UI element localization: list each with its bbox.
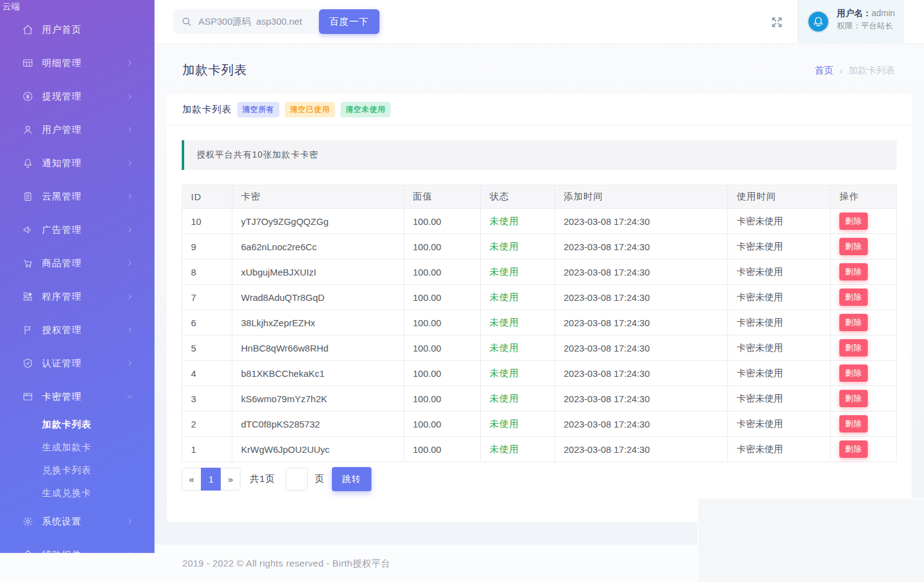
delete-button[interactable]: 删除 [839, 365, 868, 382]
page: 云端 用户首页 明细管理 提现管理 用户管理 [0, 0, 924, 582]
cell-action: 删除 [831, 361, 897, 386]
cell-value: 100.00 [404, 285, 481, 310]
search-input[interactable] [173, 9, 317, 34]
cell-action: 删除 [831, 386, 897, 411]
yen-circle-icon [22, 91, 33, 102]
cell-value: 100.00 [404, 234, 481, 259]
cell-value: 100.00 [404, 209, 481, 234]
sidebar-item-addons[interactable]: 辅助组件 [0, 538, 155, 553]
clear-used-button[interactable]: 清空已使用 [285, 102, 335, 117]
avatar [808, 12, 828, 32]
col-header-status: 状态 [481, 185, 555, 209]
delete-button[interactable]: 删除 [839, 238, 868, 255]
page-jump-input[interactable] [286, 468, 308, 491]
sidebar-item-label: 认证管理 [42, 358, 82, 369]
cell-code: HnBC8qWr66w8RHd [232, 335, 404, 361]
sidebar-subitem-redeem-card-list[interactable]: 兑换卡列表 [0, 459, 155, 482]
table-row: 5 HnBC8qWr66w8RHd 100.00 未使用 2023-03-08 … [182, 335, 897, 361]
cell-used-time: 卡密未使用 [728, 259, 831, 285]
col-header-added: 添加时间 [555, 185, 728, 209]
chevron-right-icon [126, 93, 134, 100]
chevron-down-icon [126, 393, 134, 400]
status-text: 未使用 [490, 317, 519, 327]
sidebar-item-cardkey[interactable]: 卡密管理 [0, 380, 155, 413]
fullscreen-icon[interactable] [770, 15, 784, 29]
cell-id: 7 [182, 285, 232, 310]
clear-all-button[interactable]: 清空所有 [237, 102, 279, 117]
cell-code: kS6wmo79mYz7h2K [232, 386, 404, 411]
cell-code: KrWgW6JpOU2UUyc [232, 437, 404, 462]
sidebar-item-withdraw[interactable]: 提现管理 [0, 80, 155, 113]
cell-added-time: 2023-03-08 17:24:30 [555, 234, 728, 259]
sidebar-item-cert[interactable]: 认证管理 [0, 347, 155, 380]
cell-code: b81XKBCChekaKc1 [232, 361, 404, 386]
col-header-action: 操作 [831, 185, 897, 209]
pagination: « 1 » 共1页 页 跳转 [182, 467, 371, 491]
delete-button[interactable]: 删除 [839, 339, 868, 356]
user-name: 用户名：admin [837, 8, 895, 19]
cell-action: 删除 [831, 285, 897, 310]
pagination-prev-button[interactable]: « [182, 468, 201, 491]
table-row: 4 b81XKBCChekaKc1 100.00 未使用 2023-03-08 … [182, 361, 897, 386]
cell-status: 未使用 [481, 259, 555, 285]
sidebar-item-goods[interactable]: 商品管理 [0, 247, 155, 280]
table-header-row: ID 卡密 面值 状态 添加时间 使用时间 操作 [182, 185, 897, 209]
breadcrumb-home-link[interactable]: 首页 [815, 65, 833, 77]
brand: 云端 [2, 1, 20, 12]
table-row: 1 KrWgW6JpOU2UUyc 100.00 未使用 2023-03-08 … [182, 437, 897, 462]
delete-button[interactable]: 删除 [839, 314, 868, 331]
delete-button[interactable]: 删除 [839, 415, 868, 432]
cell-added-time: 2023-03-08 17:24:30 [555, 411, 728, 437]
delete-button[interactable]: 删除 [839, 263, 868, 280]
user-menu[interactable]: 用户名：admin 权限：平台站长 [797, 0, 904, 44]
pagination-page-1[interactable]: 1 [201, 468, 221, 491]
cell-action: 删除 [831, 310, 897, 335]
chevron-right-icon [126, 293, 134, 300]
cell-status: 未使用 [481, 411, 555, 437]
chevron-right-icon [126, 360, 134, 367]
cell-id: 1 [182, 437, 232, 462]
cell-added-time: 2023-03-08 17:24:30 [555, 335, 728, 361]
cell-status: 未使用 [481, 335, 555, 361]
sidebar-subitem-recharge-card-list[interactable]: 加款卡列表 [0, 413, 155, 436]
cell-action: 删除 [831, 335, 897, 361]
sidebar-item-detail[interactable]: 明细管理 [0, 46, 155, 80]
sidebar-subitem-generate-recharge-card[interactable]: 生成加款卡 [0, 436, 155, 459]
delete-button[interactable]: 删除 [839, 213, 868, 230]
delete-button[interactable]: 删除 [839, 390, 868, 407]
cell-value: 100.00 [404, 386, 481, 411]
cell-value: 100.00 [404, 259, 481, 285]
sidebar-item-blacklist[interactable]: 云黑管理 [0, 180, 155, 213]
cell-status: 未使用 [481, 209, 555, 234]
sidebar-item-notice[interactable]: 通知管理 [0, 146, 155, 180]
cell-used-time: 卡密未使用 [728, 361, 831, 386]
sidebar-item-label: 用户首页 [42, 24, 82, 36]
delete-button[interactable]: 删除 [839, 441, 868, 458]
clipboard-icon [22, 191, 33, 202]
sidebar-item-home[interactable]: 用户首页 [0, 13, 155, 46]
cell-action: 删除 [831, 234, 897, 259]
sidebar-item-authorize[interactable]: 授权管理 [0, 313, 155, 347]
cell-used-time: 卡密未使用 [728, 310, 831, 335]
sidebar-item-program[interactable]: 程序管理 [0, 280, 155, 313]
sidebar-subitem-generate-redeem-card[interactable]: 生成兑换卡 [0, 482, 155, 505]
cell-code: Wrad8AduQTr8GqD [232, 285, 404, 310]
sidebar-item-ads[interactable]: 广告管理 [0, 213, 155, 247]
cell-used-time: 卡密未使用 [728, 335, 831, 361]
jump-button[interactable]: 跳转 [332, 467, 371, 491]
table-row: 6 38LkjhxZeprEZHx 100.00 未使用 2023-03-08 … [182, 310, 897, 335]
chevron-right-icon [126, 193, 134, 200]
table-row: 10 yTJ7Oy9ZGgQQZGg 100.00 未使用 2023-03-08… [182, 209, 897, 234]
sidebar-item-user[interactable]: 用户管理 [0, 113, 155, 146]
sidebar-item-system[interactable]: 系统设置 [0, 505, 155, 538]
cell-added-time: 2023-03-08 17:24:30 [555, 285, 728, 310]
pagination-next-button[interactable]: » [221, 468, 240, 491]
delete-button[interactable]: 删除 [839, 289, 868, 306]
cell-status: 未使用 [481, 310, 555, 335]
shield-check-icon [22, 358, 33, 369]
search-button[interactable]: 百度一下 [319, 9, 379, 34]
sidebar-item-label: 卡密管理 [42, 391, 82, 403]
clear-unused-button[interactable]: 清空未使用 [341, 102, 391, 117]
col-header-value: 面值 [404, 185, 481, 209]
home-icon [22, 24, 33, 35]
